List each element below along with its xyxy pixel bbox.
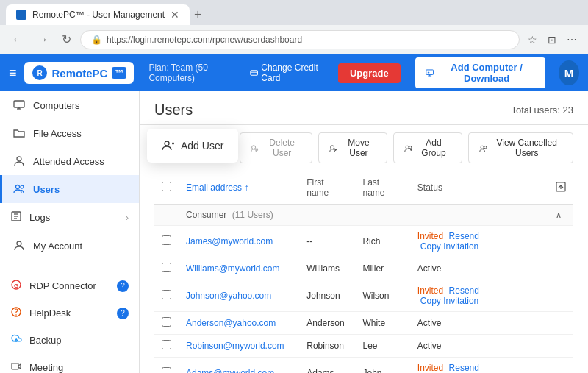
status-badge: Invited <box>417 231 443 241</box>
delete-user-label: Delete User <box>263 138 301 158</box>
credit-card-link[interactable]: Change Credit Card <box>250 63 325 83</box>
group-row: Consumer (11 Users) ∧ <box>154 205 573 226</box>
collapse-group-icon[interactable]: ∧ <box>556 210 562 219</box>
status-cell: Active <box>410 312 548 335</box>
lastname-cell: Rich <box>355 226 409 257</box>
move-user-icon <box>329 143 337 153</box>
logo-area: R RemotePC™ <box>24 62 135 84</box>
svg-point-12 <box>17 157 21 161</box>
page-title: Users <box>154 102 193 118</box>
copy-invitation-button[interactable]: Copy Invitation <box>420 296 478 306</box>
url-text: https://login.remotepc.com/rpcnew/userda… <box>107 35 302 45</box>
group-name-cell: Consumer (11 Users) <box>179 205 410 226</box>
tab-favicon <box>16 10 26 20</box>
row-checkbox[interactable] <box>162 290 171 299</box>
reload-button[interactable]: ↻ <box>57 29 76 49</box>
sidebar-item-attended-access[interactable]: Attended Access <box>0 147 139 175</box>
upgrade-button[interactable]: Upgrade <box>338 63 401 83</box>
table-row: Johnson@yahoo.com Johnson Wilson Invited… <box>154 280 573 312</box>
new-tab-button[interactable]: + <box>190 7 207 23</box>
sidebar-item-backup[interactable]: Backup <box>0 327 139 354</box>
svg-point-29 <box>252 145 256 149</box>
status-column-header: Status <box>410 171 548 205</box>
copy-invitation-button[interactable]: Copy Invitation <box>420 241 478 252</box>
sidebar-label-computers: Computers <box>33 100 80 111</box>
lastname-cell: Lee <box>355 335 409 358</box>
firstname-header-label: First name <box>306 177 329 198</box>
sidebar-label-users: Users <box>33 184 60 195</box>
browser-nav: ← → ↻ 🔒 https://login.remotepc.com/rpcne… <box>0 25 588 54</box>
app-body: Computers File Access Attended Access Us… <box>0 91 588 373</box>
view-cancelled-label: View Cancelled Users <box>491 138 562 158</box>
firstname-cell: -- <box>299 226 355 257</box>
sidebar-nav: Computers File Access Attended Access Us… <box>0 91 139 373</box>
add-group-button[interactable]: Add Group <box>393 132 462 163</box>
bookmark-btn[interactable]: ☆ <box>524 31 541 49</box>
select-all-checkbox[interactable] <box>162 182 171 191</box>
resend-button[interactable]: Resend <box>449 363 479 373</box>
sidebar-third-party: G RDP Connector ? HelpDesk ? Back <box>0 266 139 373</box>
tab-close-btn[interactable]: ✕ <box>171 9 179 21</box>
page-header: Users Total users: 23 <box>140 91 588 125</box>
sidebar-label-attended-access: Attended Access <box>33 156 104 167</box>
main-content: Users Total users: 23 Add User Delete Us… <box>140 91 588 373</box>
table-row: Anderson@yahoo.com Anderson White Active <box>154 312 573 335</box>
sidebar-item-rdp[interactable]: G RDP Connector ? <box>0 272 139 299</box>
svg-point-32 <box>330 145 334 149</box>
table-header-row: Email address ↑ First name Last name Sta… <box>154 171 573 205</box>
add-computer-label: Add Computer / Download <box>438 62 535 84</box>
back-button[interactable]: ← <box>7 30 28 49</box>
lastname-cell: Wilson <box>355 280 409 312</box>
row-checkbox[interactable] <box>162 263 171 272</box>
row-checkbox[interactable] <box>162 235 171 245</box>
sidebar-label-my-account: My Account <box>33 241 82 252</box>
sort-asc-icon: ↑ <box>244 182 248 193</box>
email-header-label: Email address <box>186 182 242 193</box>
sidebar-item-logs[interactable]: Logs › <box>0 203 139 232</box>
lastname-cell: Miller <box>355 257 409 280</box>
rdp-help-badge[interactable]: ? <box>117 280 129 292</box>
svg-rect-4 <box>426 70 433 74</box>
sidebar-item-file-access[interactable]: File Access <box>0 119 139 147</box>
sidebar-item-computers[interactable]: Computers <box>0 91 139 119</box>
sidebar-item-my-account[interactable]: My Account <box>0 232 139 260</box>
extensions-btn[interactable]: ⊡ <box>544 31 560 49</box>
sidebar-item-helpdesk[interactable]: HelpDesk ? <box>0 299 139 327</box>
active-tab[interactable]: RemotePC™ - User Management ✕ <box>6 4 190 25</box>
forward-button[interactable]: → <box>32 30 53 49</box>
add-computer-button[interactable]: Add Computer / Download <box>415 57 546 88</box>
add-user-icon <box>162 139 175 152</box>
firstname-column-header[interactable]: First name <box>299 171 355 205</box>
svg-point-38 <box>481 146 484 149</box>
resend-button[interactable]: Resend <box>449 231 479 241</box>
account-icon <box>12 239 26 252</box>
row-checkbox[interactable] <box>162 340 171 349</box>
menu-btn[interactable]: ⋯ <box>563 31 581 49</box>
sidebar-item-users[interactable]: Users <box>0 175 139 203</box>
view-cancelled-button[interactable]: View Cancelled Users <box>468 132 573 163</box>
select-all-header[interactable] <box>154 171 179 205</box>
resend-button[interactable]: Resend <box>449 285 479 296</box>
svg-rect-2 <box>251 71 258 75</box>
lastname-column-header[interactable]: Last name <box>355 171 409 205</box>
move-user-button[interactable]: Move User <box>318 132 387 163</box>
svg-point-26 <box>165 141 169 146</box>
hamburger-button[interactable]: ≡ <box>9 65 17 81</box>
row-checkbox[interactable] <box>162 317 171 327</box>
credit-card-icon <box>250 68 258 78</box>
user-avatar[interactable]: M <box>559 60 579 85</box>
email-column-header[interactable]: Email address ↑ <box>179 171 299 205</box>
svg-point-34 <box>406 146 409 149</box>
sidebar-item-meeting[interactable]: Meeting <box>0 354 139 373</box>
sidebar-label-logs: Logs <box>29 212 50 223</box>
sidebar-label-rdp: RDP Connector <box>29 280 96 291</box>
add-user-popup[interactable]: Add User <box>147 129 238 163</box>
status-badge: Active <box>417 318 442 328</box>
delete-user-button[interactable]: Delete User <box>240 132 312 163</box>
helpdesk-help-badge[interactable]: ? <box>117 308 129 319</box>
svg-rect-9 <box>14 101 24 107</box>
row-checkbox[interactable] <box>162 367 171 373</box>
sidebar-label-backup: Backup <box>29 335 61 346</box>
address-bar[interactable]: 🔒 https://login.remotepc.com/rpcnew/user… <box>80 30 520 49</box>
folder-icon <box>12 127 26 140</box>
